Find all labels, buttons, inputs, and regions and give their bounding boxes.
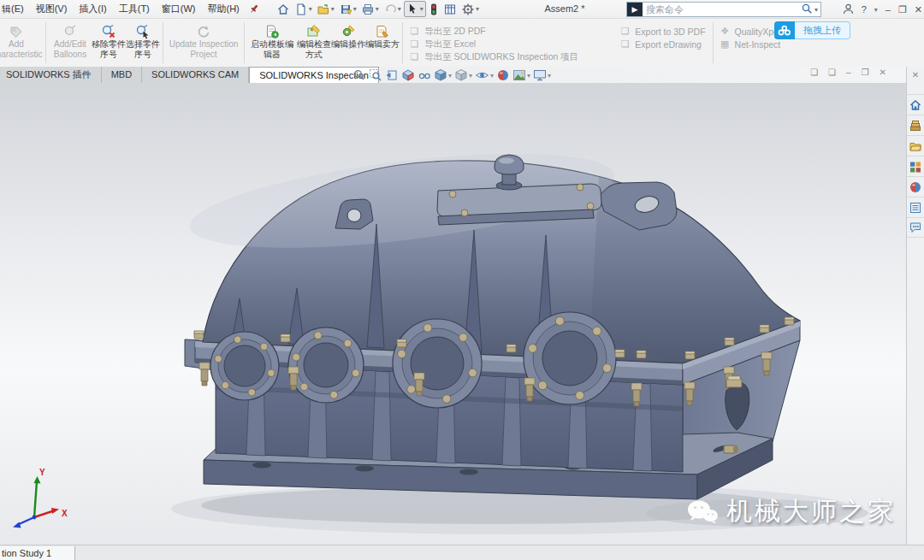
doc-close-button[interactable]: ✕ bbox=[880, 68, 886, 77]
quick-access-toolbar: ▾ ▾ ▾ ▾ ▾ ▾ ▾ bbox=[275, 1, 481, 17]
solidworks-forum-icon[interactable] bbox=[907, 217, 924, 238]
dropdown-icon[interactable]: ▾ bbox=[490, 72, 494, 80]
export-document-icon: ❏ bbox=[619, 26, 631, 37]
undo-icon: ▾ bbox=[382, 2, 403, 17]
dropdown-icon[interactable]: ▾ bbox=[548, 72, 551, 80]
command-search[interactable]: ▶ ▾ bbox=[626, 2, 821, 17]
search-input[interactable] bbox=[643, 4, 801, 15]
launch-template-editor-button[interactable]: 启动模板编辑器 bbox=[247, 19, 297, 67]
add-edit-balloons-button: Add/Edit Balloons bbox=[49, 19, 92, 67]
section-view-icon[interactable] bbox=[401, 68, 415, 82]
motion-study-tab[interactable]: tion Study 1 bbox=[0, 546, 75, 560]
add-characteristic-icon bbox=[9, 23, 24, 39]
print-icon[interactable]: ▾ bbox=[359, 2, 381, 17]
apply-scene-icon[interactable]: ▾ bbox=[512, 68, 530, 82]
help-dropdown-icon[interactable]: ▾ bbox=[874, 6, 878, 14]
export-document-icon: ❏ bbox=[619, 38, 631, 50]
document-title: Assem2 * bbox=[492, 3, 637, 14]
cascade-windows-icon[interactable]: ❏ bbox=[810, 68, 818, 77]
menu-window[interactable]: 窗口(W) bbox=[156, 0, 202, 18]
view-settings-icon[interactable]: ▾ bbox=[533, 68, 551, 82]
new-document-icon[interactable]: ▾ bbox=[293, 2, 314, 17]
options-gear-icon[interactable]: ▾ bbox=[459, 2, 481, 17]
tab-mbd[interactable]: MBD bbox=[102, 67, 142, 83]
export-excel: ❏导出至 Excel bbox=[409, 38, 578, 50]
window-controls: ? ▾ – ❐ ✕ bbox=[843, 0, 922, 19]
search-icon[interactable] bbox=[801, 3, 813, 16]
select-cursor-icon[interactable]: ▾ bbox=[404, 1, 426, 17]
menu-view[interactable]: 视图(V) bbox=[30, 0, 74, 18]
edit-vendors-button[interactable]: 编辑卖方 bbox=[365, 19, 400, 67]
dropdown-icon[interactable]: ▾ bbox=[420, 5, 424, 13]
remove-balloons-button[interactable]: 移除零件序号 bbox=[92, 19, 126, 67]
task-pane: ✕ bbox=[906, 67, 924, 545]
menu-insert[interactable]: 插入(I) bbox=[73, 0, 112, 18]
search-dropdown-icon[interactable]: ▾ bbox=[814, 6, 818, 14]
export-3d-pdf: ❏Export to 3D PDF bbox=[619, 25, 705, 38]
doc-minimize-button[interactable]: – bbox=[846, 68, 851, 77]
gearbox-3d-model[interactable]: X Y bbox=[0, 83, 906, 545]
save-document-icon[interactable]: ▾ bbox=[337, 2, 358, 17]
minimize-button[interactable]: – bbox=[886, 4, 891, 15]
help-icon[interactable]: ? bbox=[862, 4, 867, 15]
dropdown-icon[interactable]: ▾ bbox=[331, 5, 335, 13]
zoom-to-fit-icon[interactable] bbox=[352, 68, 366, 82]
export-edrawing: ❏Export eDrawing bbox=[619, 38, 705, 50]
traffic-light-icon[interactable] bbox=[427, 2, 441, 17]
dropdown-icon[interactable]: ▾ bbox=[309, 5, 312, 13]
file-explorer-icon[interactable] bbox=[907, 135, 924, 156]
bearing-boss-2[interactable] bbox=[288, 327, 364, 403]
triad-y-label: Y bbox=[39, 468, 45, 477]
open-document-icon[interactable]: ▾ bbox=[315, 2, 336, 17]
export-column-1: ❏导出至 2D PDF ❏导出至 Excel ❏导出至 SOLIDWORKS I… bbox=[404, 19, 578, 67]
tab-solidworks-addins[interactable]: SOLIDWORKS 插件 bbox=[0, 67, 102, 83]
view-palette-icon[interactable] bbox=[907, 156, 924, 176]
custom-properties-icon[interactable] bbox=[907, 197, 924, 217]
bearing-boss-3[interactable] bbox=[393, 319, 482, 408]
home-icon[interactable] bbox=[275, 2, 292, 17]
tab-solidworks-cam[interactable]: SOLIDWORKS CAM bbox=[142, 67, 249, 83]
menu-tools[interactable]: 工具(T) bbox=[113, 0, 156, 18]
restore-button[interactable]: ❐ bbox=[898, 4, 907, 15]
balloon-remove-icon bbox=[101, 23, 116, 39]
edit-operations-button[interactable]: 编辑操作 bbox=[331, 19, 365, 67]
display-style-icon[interactable]: ▾ bbox=[454, 68, 472, 82]
net-inspect-item: ▦Net-Inspect bbox=[720, 38, 785, 50]
tile-windows-icon[interactable]: ❏ bbox=[828, 68, 836, 77]
menu-help[interactable]: 帮助(H) bbox=[202, 0, 246, 18]
update-inspection-project-button: Update Inspection Project bbox=[166, 19, 241, 67]
pin-menu-icon[interactable] bbox=[249, 3, 259, 15]
edit-appearance-icon[interactable] bbox=[496, 68, 510, 82]
appearances-scenes-icon[interactable] bbox=[907, 176, 924, 197]
netdisk-upload-overlay[interactable]: 拖拽上传 bbox=[774, 21, 850, 39]
edit-inspection-methods-button[interactable]: 编辑检查方式 bbox=[297, 19, 331, 67]
drag-upload-button[interactable]: 拖拽上传 bbox=[795, 21, 850, 39]
task-pane-close-icon[interactable]: ✕ bbox=[912, 67, 919, 82]
hide-show-items-icon[interactable]: ▾ bbox=[475, 68, 494, 82]
net-inspect-icon: ▦ bbox=[720, 38, 731, 50]
close-button[interactable]: ✕ bbox=[915, 4, 922, 15]
solidworks-resources-icon[interactable] bbox=[907, 94, 924, 115]
inspection-cover-plate bbox=[437, 184, 601, 225]
dropdown-icon[interactable]: ▾ bbox=[448, 72, 452, 80]
bearing-boss-1[interactable] bbox=[210, 332, 279, 400]
dropdown-icon[interactable]: ▾ bbox=[353, 5, 357, 13]
command-tabs: SOLIDWORKS 插件 MBD SOLIDWORKS CAM SOLIDWO… bbox=[0, 67, 379, 83]
dropdown-icon[interactable]: ▾ bbox=[376, 5, 379, 13]
task-scheduler-icon[interactable] bbox=[441, 2, 459, 17]
solidworks-search-logo-icon: ▶ bbox=[627, 3, 643, 16]
bearing-boss-4[interactable] bbox=[524, 312, 616, 404]
menu-edit[interactable]: 辑(E) bbox=[0, 0, 30, 18]
user-account-icon[interactable] bbox=[843, 3, 854, 16]
graphics-area[interactable]: X Y 机械大师之家 bbox=[0, 83, 906, 545]
dropdown-icon[interactable]: ▾ bbox=[469, 72, 472, 80]
view-orientation-icon[interactable]: ▾ bbox=[434, 68, 452, 82]
select-balloons-button[interactable]: 选择零件序号 bbox=[126, 19, 160, 67]
design-library-icon[interactable] bbox=[907, 115, 924, 135]
doc-restore-button[interactable]: ❐ bbox=[862, 68, 869, 77]
zoom-to-area-icon[interactable] bbox=[369, 68, 382, 82]
dropdown-icon[interactable]: ▾ bbox=[476, 5, 479, 13]
dropdown-icon[interactable]: ▾ bbox=[527, 72, 530, 80]
dynamic-annotation-views-icon[interactable] bbox=[418, 68, 431, 82]
previous-view-icon[interactable] bbox=[385, 68, 399, 82]
